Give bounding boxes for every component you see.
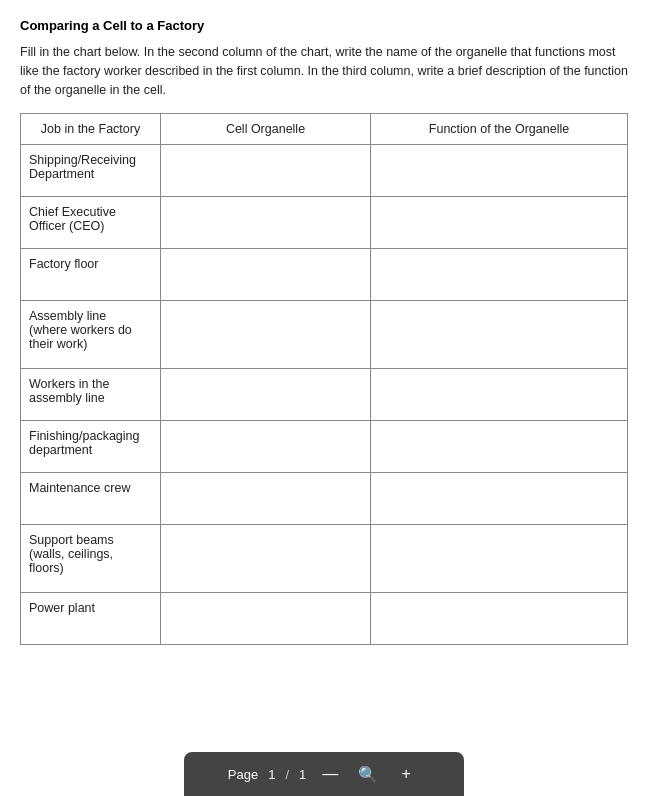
page-separator: / — [285, 767, 289, 782]
current-page: 1 — [268, 767, 275, 782]
table-row: Support beams(walls, ceilings,floors) — [21, 525, 628, 593]
function-cell[interactable] — [371, 421, 628, 473]
job-cell: Factory floor — [21, 249, 161, 301]
job-cell: Workers in theassembly line — [21, 369, 161, 421]
job-cell: Support beams(walls, ceilings,floors) — [21, 525, 161, 593]
table-row: Shipping/ReceivingDepartment — [21, 145, 628, 197]
organelle-cell[interactable] — [161, 249, 371, 301]
function-cell[interactable] — [371, 593, 628, 645]
table-row: Finishing/packagingdepartment — [21, 421, 628, 473]
table-row: Maintenance crew — [21, 473, 628, 525]
function-cell[interactable] — [371, 145, 628, 197]
instructions: Fill in the chart below. In the second c… — [20, 43, 628, 99]
page-label: Page — [228, 767, 258, 782]
page-container: Comparing a Cell to a Factory Fill in th… — [0, 0, 648, 796]
organelle-cell[interactable] — [161, 197, 371, 249]
table-row: Power plant — [21, 593, 628, 645]
organelle-cell[interactable] — [161, 525, 371, 593]
job-cell: Maintenance crew — [21, 473, 161, 525]
job-cell: Chief ExecutiveOfficer (CEO) — [21, 197, 161, 249]
table-row: Assembly line(where workers dotheir work… — [21, 301, 628, 369]
function-cell[interactable] — [371, 197, 628, 249]
table-row: Chief ExecutiveOfficer (CEO) — [21, 197, 628, 249]
job-cell: Finishing/packagingdepartment — [21, 421, 161, 473]
function-cell[interactable] — [371, 473, 628, 525]
function-cell[interactable] — [371, 301, 628, 369]
comparison-table: Job in the Factory Cell Organelle Functi… — [20, 113, 628, 645]
job-cell: Shipping/ReceivingDepartment — [21, 145, 161, 197]
function-cell[interactable] — [371, 249, 628, 301]
table-row: Workers in theassembly line — [21, 369, 628, 421]
zoom-icon-button[interactable]: 🔍 — [354, 760, 382, 788]
total-pages: 1 — [299, 767, 306, 782]
organelle-cell[interactable] — [161, 421, 371, 473]
table-row: Factory floor — [21, 249, 628, 301]
job-cell: Power plant — [21, 593, 161, 645]
col-header-organelle: Cell Organelle — [161, 114, 371, 145]
zoom-out-button[interactable]: — — [316, 760, 344, 788]
zoom-in-button[interactable]: + — [392, 760, 420, 788]
organelle-cell[interactable] — [161, 593, 371, 645]
job-cell: Assembly line(where workers dotheir work… — [21, 301, 161, 369]
organelle-cell[interactable] — [161, 369, 371, 421]
function-cell[interactable] — [371, 369, 628, 421]
bottom-toolbar: Page 1 / 1 — 🔍 + — [184, 752, 464, 796]
col-header-function: Function of the Organelle — [371, 114, 628, 145]
organelle-cell[interactable] — [161, 473, 371, 525]
page-title: Comparing a Cell to a Factory — [20, 18, 628, 33]
col-header-job: Job in the Factory — [21, 114, 161, 145]
function-cell[interactable] — [371, 525, 628, 593]
organelle-cell[interactable] — [161, 145, 371, 197]
organelle-cell[interactable] — [161, 301, 371, 369]
